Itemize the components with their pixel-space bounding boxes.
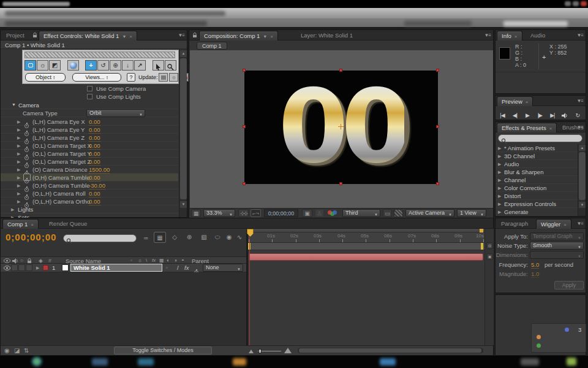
- playhead-line[interactable]: [249, 237, 250, 345]
- work-area-end-handle[interactable]: [481, 243, 483, 250]
- layer-fx-switch[interactable]: fx: [184, 264, 189, 271]
- composition-viewer[interactable]: 00 00: [190, 50, 493, 208]
- tab-render-queue[interactable]: Render Queue: [45, 219, 91, 229]
- brainstorm-icon[interactable]: ◉: [225, 233, 233, 242]
- taskbar-item[interactable]: [521, 358, 539, 366]
- effect-controls-scrollbar[interactable]: ▲ ▼: [179, 49, 187, 217]
- scroll-thumb[interactable]: [180, 58, 187, 199]
- effects-search-box[interactable]: [498, 134, 582, 142]
- update-draft-button[interactable]: [159, 73, 168, 82]
- tab-info[interactable]: Info×: [497, 31, 522, 40]
- comp-flowchart-view-icon[interactable]: ▦: [154, 232, 166, 243]
- layer-visibility-eye-icon[interactable]: [4, 266, 10, 270]
- camera-group-row[interactable]: ▼ Camera: [1, 101, 178, 109]
- application-toolbar[interactable]: [0, 18, 588, 28]
- use-comp-camera-row[interactable]: Use Comp Camera: [1, 85, 178, 93]
- pan-tool-button[interactable]: ⊕: [110, 60, 121, 71]
- solo-cell[interactable]: [18, 264, 25, 271]
- work-area-bar[interactable]: [248, 243, 484, 250]
- use-comp-camera-checkbox[interactable]: [87, 86, 92, 91]
- safe-areas-icon[interactable]: ⊹⊹: [238, 209, 249, 217]
- windows-taskbar[interactable]: [0, 356, 588, 368]
- toggle-switches-modes-button[interactable]: Toggle Switches / Modes: [114, 347, 212, 355]
- apply-button[interactable]: Apply: [554, 281, 584, 289]
- region-icon[interactable]: ⌐¬: [251, 209, 261, 217]
- tab-brushes[interactable]: Brushes: [558, 123, 588, 132]
- layer-row[interactable]: ▶ 1 White Solid 1 ▫ / fx None▼: [1, 264, 247, 272]
- snapshot-icon[interactable]: ▣: [302, 209, 312, 217]
- composition-mini-flowchart-icon[interactable]: ≔: [141, 233, 150, 242]
- effects-category[interactable]: ▶Distort: [496, 192, 578, 200]
- start-button[interactable]: [32, 357, 42, 366]
- camera-property-row[interactable]: ▶(O) Camera Distance1500.00: [1, 166, 178, 174]
- minimized-panel-box[interactable]: 3: [531, 323, 586, 353]
- tab-preview[interactable]: Preview×: [497, 96, 533, 106]
- tab-audio[interactable]: Audio: [526, 31, 549, 40]
- lock-cell[interactable]: [26, 264, 32, 271]
- panel-menu-icon[interactable]: ▼≡: [576, 98, 583, 104]
- channel-icon[interactable]: [328, 210, 339, 217]
- selection-handle[interactable]: [339, 182, 342, 185]
- camera-type-dropdown[interactable]: Orbit▼: [86, 109, 145, 117]
- loop-button[interactable]: ↻: [573, 112, 582, 118]
- panel-menu-icon[interactable]: ▼≡: [576, 33, 583, 38]
- comp-button-icon[interactable]: ◙: [486, 253, 493, 260]
- tab-effects-presets[interactable]: Effects & Presets×: [497, 123, 557, 132]
- tab-comp-1[interactable]: Comp 1×: [2, 219, 39, 229]
- magnification-dropdown[interactable]: 33.3%▼: [203, 209, 235, 217]
- camera-property-row[interactable]: ▶(O,H) Camera Tumble-30.00: [1, 182, 178, 190]
- selection-handle[interactable]: [243, 182, 246, 185]
- layer-duration-bar[interactable]: [249, 253, 483, 261]
- scroll-thumb[interactable]: [579, 152, 586, 200]
- effects-category[interactable]: ▶Blur & Sharpen: [496, 168, 578, 176]
- use-comp-lights-row[interactable]: Use Comp Lights: [1, 93, 178, 101]
- comp-chip[interactable]: Comp 1: [197, 42, 227, 50]
- camera-mode-button[interactable]: [24, 60, 36, 71]
- tab-layer[interactable]: Layer: White Solid 1: [296, 31, 357, 40]
- orbit-tool-button[interactable]: ↺: [97, 60, 109, 71]
- taskbar-item[interactable]: [92, 358, 108, 366]
- menu-bar[interactable]: [0, 8, 588, 18]
- toolbar-search-box[interactable]: [503, 21, 568, 26]
- resolution-dropdown[interactable]: Third▼: [342, 209, 380, 217]
- object-mode-button[interactable]: ◩: [49, 60, 61, 71]
- workspace-dropdown[interactable]: [404, 21, 472, 26]
- light-mode-button[interactable]: ☼: [37, 60, 48, 71]
- selection-handle[interactable]: [436, 69, 439, 72]
- scale-tool-button[interactable]: ↗: [134, 60, 146, 71]
- expand-transfer-icon[interactable]: ◉: [4, 347, 10, 354]
- camera-property-row[interactable]: ▶(O,L) Camera Target X0.00: [1, 142, 178, 150]
- effects-category[interactable]: ▶Expression Controls: [496, 200, 578, 208]
- scroll-up-arrow[interactable]: ▲: [579, 145, 586, 151]
- scroll-down-arrow[interactable]: ▼: [180, 201, 187, 208]
- maximize-button[interactable]: [573, 1, 579, 6]
- panel-menu-icon[interactable]: ▼≡: [484, 33, 491, 38]
- layer-name-selected[interactable]: White Solid 1: [70, 264, 162, 272]
- layer-color-swatch[interactable]: [62, 264, 69, 271]
- taskbar-item[interactable]: [233, 358, 246, 366]
- expand-modes-icon[interactable]: ⇅: [24, 347, 29, 354]
- region-of-interest-2-icon[interactable]: ▭: [383, 209, 392, 217]
- effects-category[interactable]: ▶* Animation Presets: [496, 144, 578, 152]
- comp-marker-bin-icon[interactable]: ◘: [486, 242, 493, 249]
- minimize-button[interactable]: [565, 1, 571, 6]
- noise-type-dropdown[interactable]: Smooth▼: [530, 242, 584, 250]
- tab-composition[interactable]: Composition: Comp 1▼×: [199, 31, 278, 40]
- effects-category[interactable]: ▶3D Channel: [496, 152, 578, 160]
- composition-frame[interactable]: 00 00: [244, 71, 438, 184]
- effects-category[interactable]: ▶Color Correction: [496, 184, 578, 192]
- camera-property-row-keyframed[interactable]: ▶(O,H) Camera Tumble0.00: [1, 174, 178, 182]
- close-button[interactable]: [581, 1, 587, 6]
- camera-property-row[interactable]: ▶(O,L) Camera Target Y0.00: [1, 150, 178, 158]
- taskbar-item[interactable]: [567, 358, 576, 366]
- transparency-grid-icon[interactable]: [394, 209, 403, 217]
- use-comp-lights-checkbox[interactable]: [87, 94, 92, 99]
- play-button[interactable]: ▶: [522, 112, 532, 118]
- selection-handle[interactable]: [243, 125, 246, 128]
- draft-3d-icon[interactable]: ◇: [170, 233, 179, 242]
- scroll-down-arrow[interactable]: ▼: [579, 202, 586, 208]
- camera-property-row[interactable]: ▶(L,H) Camera Eye X0.00: [1, 118, 178, 126]
- last-frame-button[interactable]: ▶|: [548, 112, 557, 118]
- camera-property-row[interactable]: ▶(O,L,H) Camera Roll0.00: [1, 190, 178, 197]
- selection-handle[interactable]: [339, 69, 342, 72]
